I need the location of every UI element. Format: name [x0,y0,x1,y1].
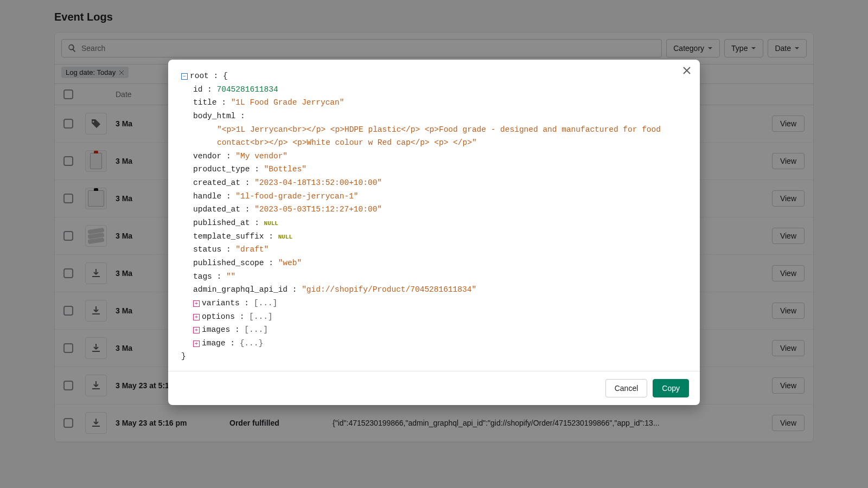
modal-footer: Cancel Copy [168,371,700,405]
expand-icon[interactable]: + [193,327,200,333]
json-modal: −root : { id : 7045281611834 title : "1L… [168,60,700,405]
expand-icon[interactable]: + [193,300,200,307]
expand-icon[interactable]: + [193,341,200,347]
modal-close-button[interactable] [681,65,692,78]
json-viewer: −root : { id : 7045281611834 title : "1L… [168,60,700,371]
copy-button[interactable]: Copy [653,379,689,397]
expand-icon[interactable]: + [193,314,200,320]
cancel-button[interactable]: Cancel [605,379,648,397]
close-icon [681,65,692,76]
modal-overlay: −root : { id : 7045281611834 title : "1L… [0,0,868,453]
collapse-icon[interactable]: − [181,73,188,80]
